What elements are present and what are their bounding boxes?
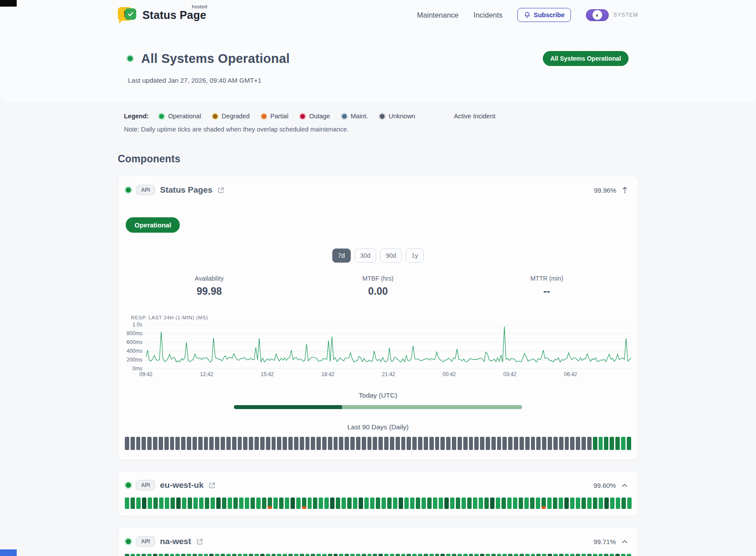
screen-corner-artifact-top: [0, 0, 17, 7]
uptime-tick: [273, 497, 278, 509]
uptime-tick: [311, 554, 315, 556]
component-header: API Status Pages 99.96%: [125, 176, 631, 197]
uptime-tick: [356, 554, 360, 556]
uptime-tick: [439, 497, 443, 509]
uptime-tick: [131, 437, 135, 450]
uptime-tick: [587, 437, 592, 450]
uptime-tick: [497, 554, 502, 556]
subscribe-button[interactable]: Subscribe: [517, 8, 571, 22]
component-uptime: 99.71%: [593, 538, 616, 545]
uptime-tick: [622, 497, 626, 509]
component-name: eu-west-uk: [160, 480, 204, 490]
uptime-tick: [136, 437, 141, 450]
uptime-tick: [131, 497, 135, 509]
uptime-tick: [125, 497, 129, 509]
legend-item-partial: Partial: [262, 113, 288, 120]
theme-toggle[interactable]: ◐: [586, 9, 609, 21]
range-button-30d[interactable]: 30d: [355, 249, 376, 263]
expand-button[interactable]: [621, 539, 629, 545]
uptime-tick: [582, 497, 586, 509]
uptime-tick: [125, 554, 129, 556]
uptime-tick: [547, 497, 552, 509]
uptime-tick: [328, 554, 332, 556]
collapse-button[interactable]: [621, 186, 629, 195]
last-updated: Last updated Jan 27, 2026, 09:40 AM GMT+…: [128, 77, 629, 84]
uptime-tick: [238, 437, 242, 450]
stat-mtbfhrs: MTBF (hrs)0.00: [294, 275, 462, 297]
uptime-tick: [433, 497, 437, 509]
screen-corner-artifact-bottom: [0, 549, 17, 556]
y-tick-label: 600ms: [127, 339, 142, 345]
uptime-tick: [582, 437, 586, 450]
external-link-icon[interactable]: [217, 187, 225, 194]
uptime-tick: [266, 437, 270, 450]
overall-status-badge: All Systems Operational: [543, 51, 629, 66]
uptime-tick: [125, 437, 129, 450]
range-button-90d[interactable]: 90d: [380, 249, 402, 263]
uptime-tick: [277, 437, 281, 450]
component-uptime: 99.96%: [594, 187, 616, 194]
component-status-dot: [126, 187, 131, 193]
uptime-tick: [559, 497, 563, 509]
uptime-ticks-na-west: [125, 554, 631, 556]
uptime-tick: [559, 437, 563, 450]
uptime-tick: [339, 554, 343, 556]
legend-dot: [342, 114, 347, 119]
stat-mttrmin: MTTR (min)--: [462, 275, 631, 297]
uptime-tick: [373, 554, 377, 556]
uptime-tick: [593, 497, 597, 509]
uptime-tick: [384, 437, 389, 450]
brand-superscript: hosted: [192, 4, 207, 9]
logo-check-icon: [125, 8, 136, 20]
brand[interactable]: ! Status Page hosted: [118, 6, 206, 24]
nav-maintenance[interactable]: Maintenance: [417, 11, 458, 19]
range-button-7d[interactable]: 7d: [332, 249, 351, 263]
uptime-tick: [170, 554, 174, 556]
uptime-tick: [621, 554, 625, 556]
uptime-tick: [627, 497, 632, 509]
component-card-na-west: API na-west 99.71%: [118, 527, 638, 556]
uptime-tick: [444, 497, 449, 509]
uptime-tick: [336, 497, 340, 509]
uptime-tick: [288, 437, 293, 450]
uptime-tick: [519, 497, 523, 509]
uptime-tick: [474, 437, 479, 450]
uptime-tick: [576, 437, 580, 450]
uptime-tick: [401, 554, 406, 556]
hero-section: All Systems Operational All Systems Oper…: [118, 28, 638, 84]
uptime-tick: [308, 497, 312, 509]
uptime-tick: [491, 437, 496, 450]
uptime-tick: [175, 437, 180, 450]
uptime-tick: [238, 554, 242, 556]
external-link-icon[interactable]: [196, 538, 204, 545]
uptime-tick: [296, 497, 301, 509]
range-button-1y[interactable]: 1y: [406, 249, 424, 263]
response-chart-block: RESP. LAST 24H (1-MIN) (MS) 1.0s800ms600…: [125, 315, 631, 380]
expand-button[interactable]: [621, 483, 629, 488]
uptime-tick: [615, 554, 620, 556]
uptime-tick: [502, 497, 506, 509]
uptime-tick: [159, 437, 163, 450]
uptime-tick: [347, 497, 352, 509]
legend-item-unknown: Unknown: [380, 113, 415, 120]
external-link-icon[interactable]: [208, 482, 216, 489]
uptime-tick: [542, 497, 546, 509]
uptime-tick: [249, 437, 253, 450]
legend-dot: [300, 114, 305, 119]
legend-item-label: Operational: [168, 113, 201, 120]
nav-incidents[interactable]: Incidents: [473, 11, 502, 19]
uptime-tick: [507, 497, 512, 509]
uptime-tick: [153, 497, 158, 509]
uptime-tick: [159, 554, 163, 556]
uptime-tick: [142, 554, 146, 556]
uptime-tick: [254, 554, 259, 556]
uptime-tick: [542, 554, 546, 556]
chart-x-axis: 09:4212:4215:4218:4221:4200:4203:4206:42: [146, 371, 631, 380]
uptime-tick: [514, 554, 518, 556]
uptime-tick: [249, 554, 253, 556]
uptime-tick: [627, 554, 631, 556]
uptime-tick: [165, 497, 169, 509]
uptime-tick: [424, 437, 428, 450]
uptime-tick: [525, 554, 530, 556]
uptime-tick: [496, 497, 500, 509]
